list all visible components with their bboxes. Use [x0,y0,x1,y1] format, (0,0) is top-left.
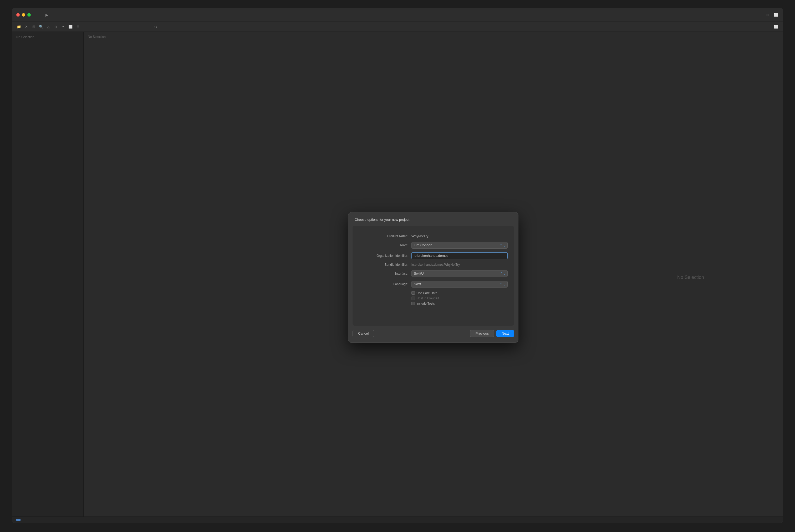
grid-icon[interactable]: ⊞ [765,12,770,18]
language-select-wrapper: Swift Objective-C ⌃⌄ [412,281,508,288]
cancel-button[interactable]: Cancel [353,330,374,337]
org-id-label: Organization Identifier: [359,254,412,258]
use-core-data-wrapper: Use Core Data [412,291,437,295]
host-cloudkit-wrapper: Host in CloudKit [412,297,439,300]
language-label: Language: [359,282,412,286]
interface-label: Interface: [359,272,412,276]
product-name-label: Product Name: [359,234,412,238]
content-area: No Selection Choose options for your new… [83,32,783,523]
back-arrow[interactable]: ‹ [153,25,155,29]
team-label: Team: [359,243,412,247]
team-row: Team: Tim Condon None ⌃⌄ [359,242,508,249]
host-cloudkit-checkbox[interactable] [412,297,415,300]
language-select[interactable]: Swift Objective-C [412,281,508,288]
use-core-data-row: Use Core Data [359,291,508,295]
split-icon[interactable]: ⬜ [773,12,779,18]
product-name-value: WhyNotTry [412,234,429,238]
toolbar-right: ⊞ ⬜ [765,12,779,18]
traffic-lights [16,13,31,17]
maximize-button[interactable] [27,13,31,17]
team-select[interactable]: Tim Condon None [412,242,508,249]
org-id-row: Organization Identifier: [359,252,508,259]
host-cloudkit-label: Host in CloudKit [416,297,439,300]
nav-arrows: ‹ › [153,25,157,29]
new-project-dialog: Choose options for your new project: Pro… [348,212,518,343]
status-indicator [16,519,20,521]
search-icon[interactable]: 🔍 [38,24,44,30]
previous-button[interactable]: Previous [470,330,494,337]
warning-icon[interactable]: △ [46,24,51,30]
language-row: Language: Swift Objective-C ⌃⌄ [359,281,508,288]
use-core-data-label: Use Core Data [416,291,437,295]
interface-select[interactable]: SwiftUI Storyboard [412,270,508,277]
footer-right-buttons: Previous Next [470,330,514,337]
bundle-id-row: Bundle Identifier: io.brokenhands.demos.… [359,263,508,267]
search-bar[interactable] [362,12,467,18]
forward-arrow[interactable]: › [156,25,157,29]
interface-row: Interface: SwiftUI Storyboard ⌃⌄ [359,270,508,277]
interface-select-wrapper: SwiftUI Storyboard ⌃⌄ [412,270,508,277]
next-button[interactable]: Next [496,330,514,337]
close-icon[interactable]: ✕ [24,24,29,30]
include-tests-checkbox[interactable] [412,302,415,305]
bundle-id-value: io.brokenhands.demos.WhyNotTry [412,263,460,267]
bundle-id-label: Bundle Identifier: [359,263,412,267]
dialog-title: Choose options for your new project: [348,212,518,226]
no-selection-right: No Selection [677,275,704,280]
org-id-input[interactable] [412,252,508,259]
include-tests-label: Include Tests [416,302,435,305]
team-select-wrapper: Tim Condon None ⌃⌄ [412,242,508,249]
no-selection-sidebar: No Selection [16,35,34,39]
add-icon[interactable]: ⊞ [31,24,36,30]
dialog-body: Product Name: WhyNotTry Team: Tim Condon… [353,226,514,326]
host-cloudkit-row: Host in CloudKit [359,297,508,300]
titlebar: ▶ ⊞ ⬜ [12,8,783,22]
use-core-data-checkbox[interactable] [412,291,415,294]
inspector-icon[interactable]: ⬜ [773,24,779,30]
run-button[interactable]: ▶ [44,12,50,18]
product-name-row: Product Name: WhyNotTry [359,234,508,238]
main-window: ▶ ⊞ ⬜ 📁 ✕ ⊞ 🔍 △ ◇ ✦ ⬜ ⊞ ‹ › ⬜ No Selecti… [12,8,783,523]
folder-icon[interactable]: 📁 [16,24,22,30]
diamond-icon[interactable]: ◇ [53,24,58,30]
dialog-footer: Cancel Previous Next [348,326,518,342]
include-tests-row: Include Tests [359,302,508,305]
star-icon[interactable]: ✦ [60,24,66,30]
grid2-icon[interactable]: ⊞ [75,24,80,30]
status-bar [12,516,783,523]
rect-icon[interactable]: ⬜ [68,24,73,30]
minimize-button[interactable] [22,13,25,17]
close-button[interactable] [16,13,20,17]
secondary-toolbar: 📁 ✕ ⊞ 🔍 △ ◇ ✦ ⬜ ⊞ ‹ › ⬜ [12,22,783,32]
sidebar: No Selection [12,32,83,523]
include-tests-wrapper: Include Tests [412,302,435,305]
